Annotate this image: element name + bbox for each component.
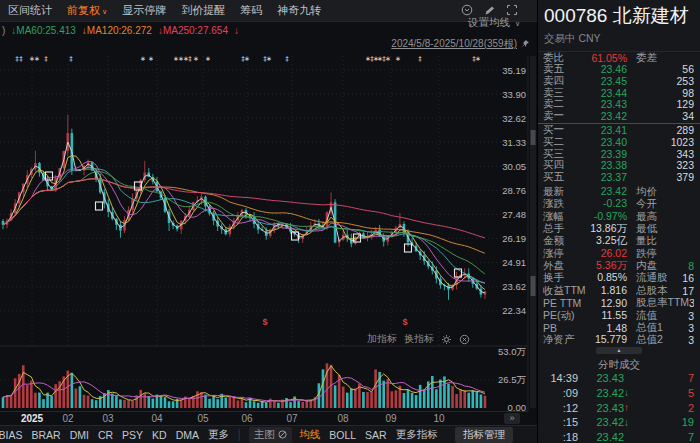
chart-toolbar: 区间统计前复权∨显示停牌到价提醒筹码神奇九转: [0, 0, 537, 22]
book-price: 23.46: [573, 63, 627, 75]
indicator-tab-更多[interactable]: 更多: [204, 428, 234, 442]
svg-text:24.91: 24.91: [502, 257, 526, 268]
stat-value-truncated: 3: [657, 310, 694, 322]
toolbar-tab-6[interactable]: 神奇九转: [277, 3, 336, 18]
stat-label: 净资产: [543, 333, 575, 347]
chart-panel: 35.1933.9032.6231.3330.0528.7627.4826.19…: [0, 0, 537, 443]
gear-icon[interactable]: [441, 334, 452, 345]
toolbar-tab-4[interactable]: 到价提醒: [181, 3, 240, 18]
toolbar-tab-1[interactable]: 区间统计: [8, 3, 67, 18]
book-price: 23.44: [573, 87, 627, 99]
stats-row-1: 最新23.42均价: [538, 186, 700, 198]
scroll-right-button[interactable]: »: [504, 413, 520, 424]
toolbar-tab-5[interactable]: 筹码: [240, 3, 277, 18]
stats-pair-1: PE TTM12.90: [543, 297, 627, 309]
chart-scrollbar-thumb-lower[interactable]: [531, 276, 536, 296]
pencil-icon[interactable]: [484, 5, 495, 16]
stat-value: 1.48: [557, 322, 627, 334]
time-sales-title: 分时成交: [538, 358, 700, 371]
svg-text:∗: ∗: [140, 55, 146, 63]
trade-volume: 19: [633, 416, 694, 428]
svg-text:22.34: 22.34: [502, 305, 526, 316]
stats-pair-1: PB1.48: [543, 322, 627, 334]
indicator-tab-kd[interactable]: KD: [148, 429, 172, 441]
svg-text:26.5万: 26.5万: [498, 374, 526, 385]
trade-time: 14:39: [542, 372, 578, 384]
indicator-toolbar: BIASBRARDMICRPSYKDDMA更多│主图均线BOLLSAR更多指标指…: [0, 425, 537, 443]
stats-row-4: 总手13.86万最低: [538, 223, 700, 235]
toolbar-tab-3[interactable]: 显示停牌: [122, 3, 181, 18]
book-price: 23.45: [573, 75, 627, 87]
legend-prefix: ): [2, 25, 5, 36]
bid-row-5[interactable]: 买五23.37379: [538, 171, 700, 183]
trade-volume: 2: [633, 402, 694, 414]
indicator-tab-brar[interactable]: BRAR: [27, 429, 65, 441]
svg-text:‡: ‡: [69, 55, 73, 63]
quote-panel: 000786 北新建材 交易中 CNY 委比 61.05% 委差 卖五23.46…: [537, 0, 700, 443]
stats-pair-1: 净资产15.779: [543, 333, 627, 347]
overlay-tab-SAR[interactable]: SAR: [361, 429, 392, 441]
svg-text:35.19: 35.19: [502, 65, 526, 76]
overlay-tab-更多指标[interactable]: 更多指标: [391, 428, 442, 442]
chevron-down-icon: ∨: [102, 8, 107, 15]
stat-label: PE TTM: [543, 297, 581, 309]
chart-scrollbar-thumb-upper[interactable]: [531, 130, 536, 145]
indicator-manage-button[interactable]: 指标管理: [455, 427, 513, 443]
svg-text:33.90: 33.90: [502, 89, 526, 100]
time-sales-row-4: :1523.42↓19: [538, 415, 700, 430]
svg-text:‡: ‡: [44, 55, 48, 63]
stats-pair-1: 收益TTM1.816: [543, 284, 627, 298]
stat-value: 15.779: [575, 333, 628, 347]
toolbar-tab-2[interactable]: 前复权∨: [67, 3, 122, 18]
fullscreen-icon[interactable]: [506, 4, 518, 16]
time-sales-list: 14:3923.437:0923.42↓5:1223.43↑2:1523.42↓…: [538, 371, 700, 443]
indicator-tab-dmi[interactable]: DMI: [65, 429, 93, 441]
stat-value: 11.55: [575, 309, 628, 323]
change-indicator-button[interactable]: 换指标: [404, 332, 434, 346]
close-circle-icon[interactable]: [459, 334, 470, 345]
svg-text:‡: ‡: [19, 55, 23, 63]
bid-book: 买一23.41289买二23.401023买三23.39343买四23.3832…: [538, 125, 700, 183]
svg-text:∗: ∗: [244, 55, 250, 63]
stat-label: PE(动): [543, 309, 575, 323]
pin-icon: [520, 39, 530, 49]
ma-legend-item-2: ↓MA120:26.272: [82, 25, 152, 36]
trade-price: 23.42: [578, 416, 624, 428]
svg-text:‡: ‡: [418, 55, 422, 63]
set-ma-button[interactable]: 设置均线 ∨: [468, 16, 520, 30]
ask-row-1[interactable]: 卖一23.4234: [538, 110, 700, 122]
stock-code: 000786: [544, 5, 607, 26]
stats-row-7: 外盘5.36万内盘8: [538, 260, 700, 272]
svg-text:27.48: 27.48: [502, 209, 526, 220]
stats-row-10: PE TTM12.90股息率TTM3: [538, 297, 700, 309]
main-chart-button[interactable]: 主图: [249, 427, 292, 443]
trade-volume: 7: [633, 372, 694, 384]
svg-text:∗: ∗: [148, 55, 154, 63]
stats-row-12: PB1.48总值13: [538, 322, 700, 334]
collapse-handle[interactable]: ▲: [538, 347, 700, 355]
book-volume: 289: [627, 124, 694, 136]
indicator-tab-bias[interactable]: BIAS: [0, 429, 27, 441]
trade-time: :12: [542, 402, 578, 414]
svg-text:04: 04: [151, 413, 163, 424]
add-indicator-button[interactable]: 加指标: [367, 332, 397, 346]
svg-text:03: 03: [102, 413, 114, 424]
visible-range-label[interactable]: 2024/5/8-2025/10/28(359根): [391, 37, 530, 51]
slash-circle-icon: [278, 430, 287, 439]
trade-price: 23.43: [578, 372, 624, 384]
indicator-tab-psy[interactable]: PSY: [118, 429, 148, 441]
stats-pair-1: PE(动)11.55: [543, 309, 627, 323]
stats-row-3: 涨幅-0.97%最高: [538, 210, 700, 222]
book-volume: 1023: [627, 136, 694, 148]
book-level-label: 买五: [543, 170, 573, 184]
circle-chevron-icon[interactable]: [461, 4, 473, 16]
arrow-down-icon: ↓: [624, 387, 633, 398]
svg-text:‡: ‡: [188, 55, 192, 63]
overlay-tab-BOLL[interactable]: BOLL: [325, 429, 361, 441]
overlay-tab-均线[interactable]: 均线: [295, 428, 325, 442]
svg-text:∗: ∗: [385, 55, 391, 63]
indicator-tab-dma[interactable]: DMA: [171, 429, 203, 441]
ma-legend-item-3: ↓MA250:27.654: [158, 25, 228, 36]
trade-price: 23.43: [578, 402, 624, 414]
indicator-tab-cr[interactable]: CR: [93, 429, 117, 441]
